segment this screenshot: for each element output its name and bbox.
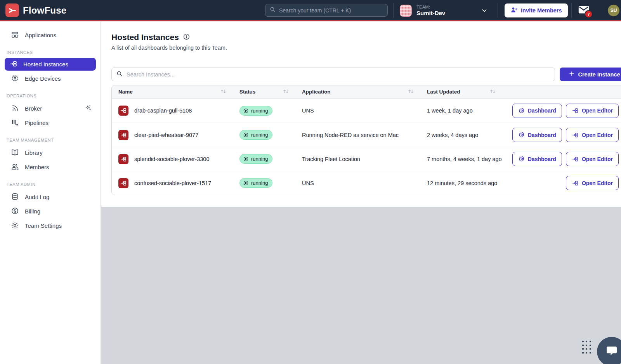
open-editor-label: Open Editor [582, 156, 613, 162]
column-header-name[interactable]: Name [112, 89, 239, 95]
sidebar-section-team-admin: TEAM ADMIN [7, 182, 101, 187]
brand-logo[interactable]: FlowFuse [5, 3, 66, 17]
open-editor-button[interactable]: Open Editor [566, 104, 619, 118]
user-avatar[interactable]: SU [608, 5, 619, 16]
instances-table: Name Status Application Last Updated [111, 85, 621, 195]
open-editor-label: Open Editor [582, 107, 613, 114]
sidebar-item-audit-log[interactable]: Audit Log [0, 190, 101, 204]
chevron-down-icon[interactable] [481, 7, 488, 16]
pie-chart-icon [518, 132, 525, 138]
dashboard-label: Dashboard [528, 107, 556, 114]
sidebar-item-hosted-instances[interactable]: Hosted Instances [5, 58, 96, 71]
status-badge: running [239, 154, 272, 164]
invite-members-label: Invite Members [521, 7, 562, 14]
team-switcher[interactable]: TEAM: Sumit-Dev [400, 3, 491, 18]
sidebar-item-billing[interactable]: Billing [0, 204, 101, 218]
currency-dollar-icon [11, 207, 19, 216]
sidebar-item-pipelines[interactable]: Pipelines [0, 116, 101, 130]
open-editor-icon [572, 107, 579, 114]
navbar-divider [393, 3, 394, 18]
sidebar-item-applications[interactable]: Applications [0, 28, 101, 42]
chat-drag-handle[interactable] [582, 341, 592, 354]
sort-icon[interactable] [490, 89, 496, 95]
application-name: Running Node-RED as service on Mac [302, 132, 427, 138]
instances-search [111, 68, 555, 81]
last-updated: 7 months, 4 weeks, 1 day ago [427, 156, 509, 162]
info-icon[interactable] [183, 33, 190, 42]
sidebar-item-label: Broker [25, 105, 42, 112]
sparkles-icon [84, 104, 92, 113]
sidebar-item-team-settings[interactable]: Team Settings [0, 218, 101, 233]
status-label: running [251, 180, 268, 186]
search-icon [269, 6, 276, 14]
dashboard-label: Dashboard [528, 132, 556, 138]
column-header-label: Status [239, 89, 255, 95]
plus-icon [569, 71, 575, 78]
sort-icon[interactable] [220, 89, 226, 95]
team-label: TEAM: [416, 5, 445, 9]
gear-icon [11, 221, 19, 231]
sidebar-item-broker[interactable]: Broker [0, 101, 101, 116]
column-header-application[interactable]: Application [302, 89, 427, 95]
team-avatar [400, 5, 412, 17]
global-search-input[interactable] [279, 7, 383, 14]
book-open-icon [11, 148, 19, 158]
last-updated: 12 minutes, 29 seconds ago [427, 180, 509, 186]
column-header-label: Application [302, 89, 331, 95]
main-area: Hosted Instances A list of all dashboard… [101, 21, 621, 364]
navbar-divider [498, 3, 498, 18]
table-row[interactable]: confused-sociable-plover-1517 running UN… [112, 171, 621, 195]
sidebar-item-members[interactable]: Members [0, 160, 101, 174]
table-row[interactable]: splendid-sociable-plover-3300 running Tr… [112, 147, 621, 171]
pie-chart-icon [518, 107, 525, 114]
dashboard-button[interactable]: Dashboard [512, 104, 562, 118]
dashboard-button[interactable]: Dashboard [512, 128, 562, 142]
column-header-label: Name [118, 89, 133, 95]
sort-icon[interactable] [283, 89, 289, 95]
chat-bubble-icon [604, 343, 619, 360]
create-instance-button[interactable]: Create Instance [560, 68, 621, 81]
brand-name: FlowFuse [23, 5, 66, 16]
search-icon [116, 70, 123, 79]
instance-name: splendid-sociable-plover-3300 [134, 156, 209, 162]
sidebar-item-edge-devices[interactable]: Edge Devices [0, 71, 101, 86]
open-editor-button[interactable]: Open Editor [566, 128, 619, 142]
last-updated: 1 week, 1 day ago [427, 107, 509, 114]
instance-icon [118, 154, 128, 164]
open-editor-label: Open Editor [582, 180, 613, 186]
pipelines-icon [11, 118, 19, 128]
page-title: Hosted Instances [111, 33, 179, 42]
sidebar-section-instances: INSTANCES [7, 50, 101, 55]
navbar-divider [571, 3, 572, 18]
notifications-button[interactable]: 7 [578, 5, 593, 17]
status-badge: running [239, 178, 272, 188]
application-name: UNS [302, 107, 427, 114]
dashboard-button[interactable]: Dashboard [512, 152, 562, 166]
status-badge: running [239, 106, 272, 116]
sort-icon[interactable] [408, 89, 414, 95]
applications-icon [11, 31, 19, 40]
sidebar-item-label: Pipelines [25, 120, 49, 126]
flowfuse-logo-icon [5, 3, 19, 17]
column-header-status[interactable]: Status [239, 89, 302, 95]
sidebar-section-operations: OPERATIONS [7, 94, 101, 98]
instance-icon [118, 106, 128, 116]
column-header-last-updated[interactable]: Last Updated [427, 89, 509, 95]
open-editor-button[interactable]: Open Editor [566, 176, 619, 190]
instance-icon [118, 130, 128, 140]
sidebar-item-label: Applications [25, 32, 56, 38]
sidebar-item-library[interactable]: Library [0, 146, 101, 160]
last-updated: 2 weeks, 4 days ago [427, 132, 509, 138]
invite-members-button[interactable]: Invite Members [505, 3, 568, 17]
sidebar-section-team-management: TEAM MANAGEMENT [7, 138, 101, 142]
broadcast-icon [11, 104, 19, 113]
status-label: running [251, 132, 268, 138]
table-row[interactable]: clear-pied-wheatear-9077 running Running… [112, 123, 621, 147]
table-row[interactable]: drab-caspian-gull-5108 running UNS 1 wee… [112, 99, 621, 123]
page-subtitle: A list of all dashboards belonging to th… [111, 45, 621, 51]
open-editor-button[interactable]: Open Editor [566, 152, 619, 166]
open-editor-label: Open Editor [582, 132, 613, 138]
sidebar-item-label: Members [25, 164, 49, 170]
instances-search-input[interactable] [127, 71, 550, 78]
application-name: Tracking Fleet Location [302, 156, 427, 162]
